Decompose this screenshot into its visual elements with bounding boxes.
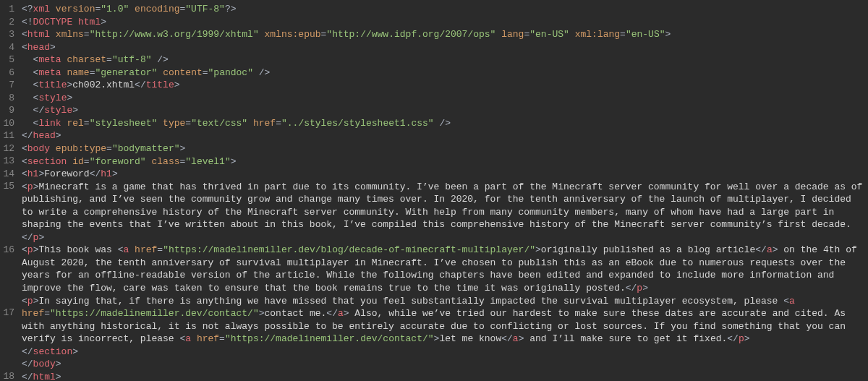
token-tx [569, 29, 575, 40]
code-line[interactable]: <style> [22, 92, 864, 105]
token-tag: body [33, 359, 56, 369]
token-tx [22, 54, 33, 65]
token-at: href [135, 244, 157, 255]
token-br: < [22, 42, 27, 53]
token-at: epub:type [56, 143, 106, 154]
token-tag: h1 [27, 168, 39, 179]
token-br: > [744, 333, 750, 344]
code-line[interactable]: </body> [22, 358, 864, 371]
token-tx: In saying that, if there is anything we … [38, 296, 783, 307]
token-br: </ [326, 308, 338, 319]
token-br: < [783, 296, 789, 307]
token-tag: a [789, 296, 795, 307]
code-editor[interactable]: 123456789101112131415....16....17....181… [0, 0, 868, 381]
line-number: 6 [3, 67, 14, 80]
token-br: > [665, 29, 671, 40]
code-line[interactable]: <?xml version="1.0" encoding="UTF-8"?> [22, 3, 864, 16]
token-tag: p [637, 283, 642, 294]
line-number: 10 [3, 117, 14, 130]
token-st: "http://www.w3.org/1999/xhtml" [90, 29, 259, 40]
token-tag: html [27, 29, 50, 40]
token-eq: = [106, 143, 112, 154]
token-tag: head [27, 42, 50, 53]
line-number-gutter: 123456789101112131415....16....17....181… [0, 0, 20, 381]
token-tx: This book was [38, 244, 117, 255]
token-tag: title [146, 80, 174, 90]
line-number: 7 [3, 79, 14, 92]
token-br: < [22, 181, 27, 192]
token-br: </ [22, 130, 33, 141]
token-st: "generator" [95, 67, 157, 78]
token-at: href [197, 333, 219, 344]
token-st: "utf-8" [112, 54, 152, 65]
token-tag: DOCTYPE html [33, 17, 101, 27]
token-br: </ [33, 105, 45, 116]
code-line[interactable]: <title>ch002.xhtml</title> [22, 79, 864, 92]
token-tag: a [513, 333, 519, 344]
token-st: "1.0" [101, 4, 129, 14]
token-at: lang [501, 29, 524, 40]
code-line[interactable]: <h1>Foreword</h1> [22, 168, 864, 181]
token-tx [157, 118, 163, 129]
token-eq: = [84, 29, 90, 40]
token-st: "text/css" [191, 118, 247, 129]
code-line[interactable]: </style> [22, 104, 864, 117]
token-tx [247, 118, 253, 129]
line-number: 16 [3, 244, 14, 257]
token-br: </ [22, 232, 33, 243]
token-st: "level1" [185, 156, 230, 167]
token-tx: and I’ll make sure to get it fixed. [524, 333, 727, 344]
line-number: 17 [3, 307, 14, 320]
code-line[interactable]: </html> [22, 371, 864, 381]
line-number: 8 [3, 92, 14, 105]
code-line[interactable]: <link rel="stylesheet" type="text/css" h… [22, 117, 864, 130]
token-br: < [22, 29, 27, 40]
code-line[interactable]: </section> [22, 346, 864, 359]
token-br: > [50, 42, 56, 53]
token-tx [259, 29, 265, 40]
token-at: href [22, 308, 44, 319]
token-tx [50, 4, 56, 14]
token-tag: meta [38, 54, 61, 65]
token-br: > [642, 283, 648, 294]
token-br: > [180, 143, 186, 154]
code-line[interactable]: <html xmlns="http://www.w3.org/1999/xhtm… [22, 28, 864, 41]
token-br: </ [626, 283, 637, 294]
token-eq: = [84, 118, 90, 129]
token-br: </ [727, 333, 739, 344]
token-at: content [163, 67, 203, 78]
code-line[interactable]: <!DOCTYPE html> [22, 16, 864, 29]
code-area[interactable]: <?xml version="1.0" encoding="UTF-8"?><!… [20, 0, 868, 381]
token-st: "https://madelinemiller.dev/contact/" [225, 333, 434, 344]
token-at: xmlns [56, 29, 84, 40]
code-line[interactable]: <p>This book was <a href="https://madeli… [22, 244, 864, 294]
token-br: < [22, 296, 27, 307]
code-line[interactable]: <p>Minecraft is a game that has thrived … [22, 181, 864, 244]
token-tag: html [33, 372, 56, 381]
token-br: > [72, 105, 78, 116]
token-eq: = [276, 118, 281, 129]
token-at: charset [67, 54, 106, 65]
code-line[interactable]: <section id="foreword" class="level1"> [22, 155, 864, 168]
token-tx: ch002.xhtml [72, 80, 135, 90]
token-at: type [163, 118, 185, 129]
code-line[interactable]: <p>In saying that, if there is anything … [22, 295, 864, 346]
token-tx: originally published as a blog article [541, 244, 755, 255]
token-eq: = [203, 67, 208, 78]
token-br: /> [259, 67, 271, 78]
token-tag: h1 [101, 168, 112, 179]
token-tag: body [27, 143, 50, 154]
code-line[interactable]: <meta charset="utf-8" /> [22, 53, 864, 67]
token-eq: = [185, 118, 191, 129]
token-at: xmlns:epub [265, 29, 321, 40]
token-at: version [56, 4, 95, 14]
token-br: </ [22, 359, 33, 369]
code-line[interactable]: </head> [22, 129, 864, 142]
code-line[interactable]: <body epub:type="bodymatter"> [22, 142, 864, 155]
code-line[interactable]: <meta name="generator" content="pandoc" … [22, 67, 864, 80]
line-number: 18 [3, 370, 14, 382]
token-eq: = [219, 333, 225, 344]
token-br: <? [22, 4, 33, 14]
code-line[interactable]: <head> [22, 41, 864, 54]
line-number: 2 [3, 16, 14, 29]
